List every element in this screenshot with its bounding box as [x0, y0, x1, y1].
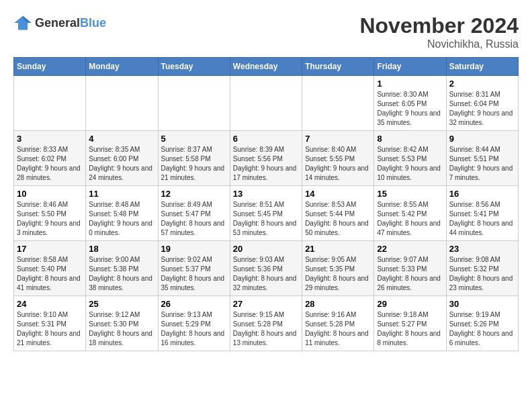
day-info: Sunrise: 8:40 AM Sunset: 5:55 PM Dayligh… [305, 145, 371, 183]
calendar-cell: 26Sunrise: 9:13 AM Sunset: 5:29 PM Dayli… [158, 296, 230, 351]
day-number: 7 [305, 134, 371, 144]
days-of-week-row: SundayMondayTuesdayWednesdayThursdayFrid… [14, 58, 519, 76]
calendar-cell: 24Sunrise: 9:10 AM Sunset: 5:31 PM Dayli… [14, 296, 86, 351]
logo-text-general: General [35, 16, 80, 30]
day-number: 6 [233, 134, 299, 144]
day-number: 26 [161, 299, 227, 309]
day-number: 13 [233, 189, 299, 199]
calendar-week-row: 17Sunrise: 8:58 AM Sunset: 5:40 PM Dayli… [14, 241, 519, 296]
day-number: 20 [233, 244, 299, 254]
day-of-week-header: Thursday [302, 58, 374, 76]
day-info: Sunrise: 8:44 AM Sunset: 5:51 PM Dayligh… [449, 145, 515, 183]
calendar-cell: 1Sunrise: 8:30 AM Sunset: 6:05 PM Daylig… [374, 76, 446, 131]
month-title: November 2024 [359, 13, 519, 38]
calendar-week-row: 10Sunrise: 8:46 AM Sunset: 5:50 PM Dayli… [14, 186, 519, 241]
day-info: Sunrise: 9:03 AM Sunset: 5:36 PM Dayligh… [233, 255, 299, 293]
day-number: 27 [233, 299, 299, 309]
calendar-cell [86, 76, 158, 131]
day-number: 5 [161, 134, 227, 144]
day-number: 12 [161, 189, 227, 199]
day-number: 16 [449, 189, 515, 199]
calendar-header: SundayMondayTuesdayWednesdayThursdayFrid… [14, 58, 519, 76]
day-number: 3 [17, 134, 83, 144]
logo-icon [13, 13, 32, 32]
logo: GeneralBlue [13, 13, 106, 32]
day-number: 29 [377, 299, 443, 309]
day-number: 22 [377, 244, 443, 254]
day-info: Sunrise: 8:42 AM Sunset: 5:53 PM Dayligh… [377, 145, 443, 183]
day-info: Sunrise: 8:53 AM Sunset: 5:44 PM Dayligh… [305, 200, 371, 238]
calendar-cell: 22Sunrise: 9:07 AM Sunset: 5:33 PM Dayli… [374, 241, 446, 296]
calendar-body: 1Sunrise: 8:30 AM Sunset: 6:05 PM Daylig… [14, 76, 519, 351]
day-info: Sunrise: 8:46 AM Sunset: 5:50 PM Dayligh… [17, 200, 83, 238]
day-number: 28 [305, 299, 371, 309]
calendar-cell: 23Sunrise: 9:08 AM Sunset: 5:32 PM Dayli… [446, 241, 518, 296]
day-number: 23 [449, 244, 515, 254]
calendar-cell: 7Sunrise: 8:40 AM Sunset: 5:55 PM Daylig… [302, 131, 374, 186]
day-number: 24 [17, 299, 83, 309]
location-title: Novichikha, Russia [359, 38, 519, 50]
calendar-cell [230, 76, 302, 131]
day-info: Sunrise: 9:16 AM Sunset: 5:28 PM Dayligh… [305, 310, 371, 348]
title-area: November 2024 Novichikha, Russia [359, 13, 519, 50]
day-of-week-header: Friday [374, 58, 446, 76]
day-number: 8 [377, 134, 443, 144]
calendar-cell: 13Sunrise: 8:51 AM Sunset: 5:45 PM Dayli… [230, 186, 302, 241]
day-info: Sunrise: 9:18 AM Sunset: 5:27 PM Dayligh… [377, 310, 443, 348]
day-info: Sunrise: 8:56 AM Sunset: 5:41 PM Dayligh… [449, 200, 515, 238]
day-number: 19 [161, 244, 227, 254]
day-of-week-header: Tuesday [158, 58, 230, 76]
day-of-week-header: Wednesday [230, 58, 302, 76]
day-number: 17 [17, 244, 83, 254]
calendar-week-row: 1Sunrise: 8:30 AM Sunset: 6:05 PM Daylig… [14, 76, 519, 131]
calendar-cell [158, 76, 230, 131]
day-info: Sunrise: 9:07 AM Sunset: 5:33 PM Dayligh… [377, 255, 443, 293]
day-number: 15 [377, 189, 443, 199]
day-number: 21 [305, 244, 371, 254]
calendar-cell [302, 76, 374, 131]
calendar-cell: 12Sunrise: 8:49 AM Sunset: 5:47 PM Dayli… [158, 186, 230, 241]
day-info: Sunrise: 9:02 AM Sunset: 5:37 PM Dayligh… [161, 255, 227, 293]
calendar-cell: 4Sunrise: 8:35 AM Sunset: 6:00 PM Daylig… [86, 131, 158, 186]
day-of-week-header: Sunday [14, 58, 86, 76]
calendar-cell: 2Sunrise: 8:31 AM Sunset: 6:04 PM Daylig… [446, 76, 518, 131]
calendar-week-row: 3Sunrise: 8:33 AM Sunset: 6:02 PM Daylig… [14, 131, 519, 186]
page-header: GeneralBlue November 2024 Novichikha, Ru… [13, 13, 519, 50]
day-number: 11 [89, 189, 154, 199]
day-number: 25 [89, 299, 154, 309]
day-info: Sunrise: 8:51 AM Sunset: 5:45 PM Dayligh… [233, 200, 299, 238]
day-info: Sunrise: 9:19 AM Sunset: 5:26 PM Dayligh… [449, 310, 515, 348]
day-number: 14 [305, 189, 371, 199]
day-info: Sunrise: 8:39 AM Sunset: 5:56 PM Dayligh… [233, 145, 299, 183]
day-info: Sunrise: 9:08 AM Sunset: 5:32 PM Dayligh… [449, 255, 515, 293]
day-number: 30 [449, 299, 515, 309]
calendar-cell: 8Sunrise: 8:42 AM Sunset: 5:53 PM Daylig… [374, 131, 446, 186]
day-info: Sunrise: 9:12 AM Sunset: 5:30 PM Dayligh… [89, 310, 154, 348]
calendar-cell [14, 76, 86, 131]
day-info: Sunrise: 9:10 AM Sunset: 5:31 PM Dayligh… [17, 310, 83, 348]
calendar-cell: 15Sunrise: 8:55 AM Sunset: 5:42 PM Dayli… [374, 186, 446, 241]
calendar-cell: 18Sunrise: 9:00 AM Sunset: 5:38 PM Dayli… [86, 241, 158, 296]
day-of-week-header: Saturday [446, 58, 518, 76]
calendar-cell: 10Sunrise: 8:46 AM Sunset: 5:50 PM Dayli… [14, 186, 86, 241]
day-of-week-header: Monday [86, 58, 158, 76]
day-number: 1 [377, 79, 443, 89]
calendar-cell: 28Sunrise: 9:16 AM Sunset: 5:28 PM Dayli… [302, 296, 374, 351]
day-info: Sunrise: 8:49 AM Sunset: 5:47 PM Dayligh… [161, 200, 227, 238]
calendar-cell: 9Sunrise: 8:44 AM Sunset: 5:51 PM Daylig… [446, 131, 518, 186]
day-info: Sunrise: 9:13 AM Sunset: 5:29 PM Dayligh… [161, 310, 227, 348]
day-number: 9 [449, 134, 515, 144]
calendar-cell: 29Sunrise: 9:18 AM Sunset: 5:27 PM Dayli… [374, 296, 446, 351]
day-info: Sunrise: 8:30 AM Sunset: 6:05 PM Dayligh… [377, 90, 443, 128]
day-info: Sunrise: 9:00 AM Sunset: 5:38 PM Dayligh… [89, 255, 154, 293]
calendar-cell: 21Sunrise: 9:05 AM Sunset: 5:35 PM Dayli… [302, 241, 374, 296]
calendar-cell: 27Sunrise: 9:15 AM Sunset: 5:28 PM Dayli… [230, 296, 302, 351]
day-info: Sunrise: 8:37 AM Sunset: 5:58 PM Dayligh… [161, 145, 227, 183]
day-info: Sunrise: 8:35 AM Sunset: 6:00 PM Dayligh… [89, 145, 154, 183]
calendar-cell: 6Sunrise: 8:39 AM Sunset: 5:56 PM Daylig… [230, 131, 302, 186]
calendar-cell: 25Sunrise: 9:12 AM Sunset: 5:30 PM Dayli… [86, 296, 158, 351]
day-info: Sunrise: 8:48 AM Sunset: 5:48 PM Dayligh… [89, 200, 154, 238]
logo-text-blue: Blue [80, 16, 106, 30]
calendar-cell: 14Sunrise: 8:53 AM Sunset: 5:44 PM Dayli… [302, 186, 374, 241]
calendar-week-row: 24Sunrise: 9:10 AM Sunset: 5:31 PM Dayli… [14, 296, 519, 351]
